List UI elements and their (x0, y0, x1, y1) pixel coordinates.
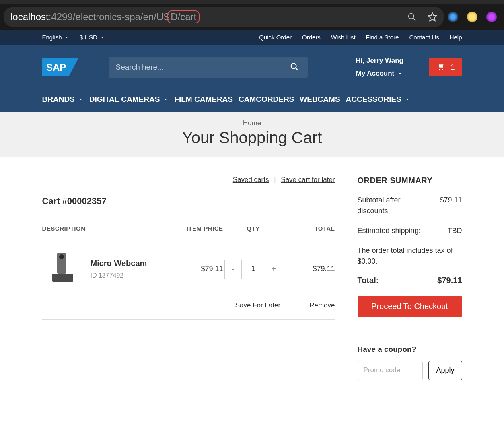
tax-note: The order total includes tax of $0.00. (358, 245, 462, 267)
col-total: TOTAL (284, 225, 335, 232)
svg-marker-2 (428, 13, 436, 21)
language-label: English (42, 34, 62, 41)
nav-label: ACCESSORIES (346, 95, 401, 104)
cart-id: Cart #00002357 (42, 196, 335, 206)
nav-accessories[interactable]: ACCESSORIES (346, 95, 410, 104)
nav-film-cameras[interactable]: FILM CAMERAS (174, 95, 233, 104)
cart-count: 1 (451, 63, 455, 72)
save-cart-later-link[interactable]: Save cart for later (281, 176, 335, 184)
my-account-menu[interactable]: My Account (356, 67, 421, 80)
search-box (109, 57, 308, 78)
remove-item-link[interactable]: Remove (309, 301, 335, 309)
subtotal-label: Subtotal after discounts: (358, 195, 434, 217)
link-find-store[interactable]: Find a Store (366, 34, 399, 41)
saved-carts-link[interactable]: Saved carts (233, 176, 269, 184)
promo-code-input[interactable] (358, 361, 423, 380)
summary-title: ORDER SUMMARY (358, 176, 462, 185)
qty-stepper: - + (224, 260, 282, 279)
item-price: $79.11 (179, 265, 223, 273)
profile-avatar[interactable] (486, 12, 497, 22)
svg-line-6 (295, 68, 298, 70)
search-icon (290, 62, 299, 71)
link-wish-list[interactable]: Wish List (331, 34, 356, 41)
nav-label: FILM CAMERAS (174, 95, 233, 104)
link-contact[interactable]: Contact Us (409, 34, 439, 41)
order-summary: ORDER SUMMARY Subtotal after discounts: … (358, 176, 462, 380)
currency-label: $ USD (80, 34, 97, 41)
nav-webcams[interactable]: WEBCAMS (300, 95, 340, 104)
main-nav: BRANDS DIGITAL CAMERAS FILM CAMERAS CAMC… (0, 88, 504, 112)
coupon-title: Have a coupon? (358, 345, 462, 354)
qty-increment-button[interactable]: + (265, 260, 282, 279)
site-header: SAP Hi, Jerry Wang My Account 1 (0, 45, 504, 88)
utility-links: Quick Order Orders Wish List Find a Stor… (259, 34, 462, 41)
svg-line-1 (413, 18, 416, 21)
title-section: Home Your Shopping Cart (0, 112, 504, 157)
qty-input[interactable] (242, 260, 265, 279)
svg-text:SAP: SAP (46, 62, 66, 73)
utility-bar: English $ USD Quick Order Orders Wish Li… (0, 30, 504, 45)
product-image[interactable] (42, 249, 82, 289)
subtotal-value: $79.11 (440, 195, 462, 217)
browser-toolbar: localhost:4299/electronics-spa/en/USD/ca… (0, 0, 504, 30)
logo[interactable]: SAP (42, 58, 101, 76)
page-title: Your Shopping Cart (0, 129, 504, 147)
shipping-value: TBD (448, 225, 462, 236)
apply-coupon-button[interactable]: Apply (428, 361, 462, 380)
link-help[interactable]: Help (450, 34, 462, 41)
chevron-down-icon (405, 97, 410, 102)
greeting: Hi, Jerry Wang (356, 54, 421, 67)
col-item-price: ITEM PRICE (179, 225, 223, 232)
nav-label: BRANDS (42, 95, 75, 104)
nav-label: CAMCORDERS (239, 95, 294, 104)
chevron-down-icon (78, 97, 84, 102)
qty-decrement-button[interactable]: - (225, 260, 242, 279)
currency-selector[interactable]: $ USD (80, 34, 105, 41)
cart-links: Saved carts | Save cart for later (42, 176, 335, 184)
url-highlight: D/cart (167, 10, 200, 23)
nav-brands[interactable]: BRANDS (42, 95, 84, 104)
chevron-down-icon (100, 35, 105, 40)
item-total: $79.11 (284, 265, 335, 273)
chevron-down-icon (64, 35, 69, 40)
extension-icon-2[interactable] (467, 12, 477, 22)
cart-item-row: Micro Webcam ID 1377492 $79.11 - + $79.1… (42, 239, 335, 320)
save-for-later-link[interactable]: Save For Later (235, 301, 280, 309)
nav-digital-cameras[interactable]: DIGITAL CAMERAS (89, 95, 169, 104)
account-area: Hi, Jerry Wang My Account (316, 54, 421, 80)
mini-cart-button[interactable]: 1 (429, 58, 462, 76)
nav-camcorders[interactable]: CAMCORDERS (239, 95, 294, 104)
nav-label: DIGITAL CAMERAS (89, 95, 160, 104)
star-icon[interactable] (428, 12, 437, 22)
cart-main: Saved carts | Save cart for later Cart #… (42, 176, 335, 320)
product-name[interactable]: Micro Webcam (91, 259, 179, 268)
svg-point-0 (409, 14, 414, 19)
search-button[interactable] (288, 62, 300, 72)
my-account-label: My Account (356, 67, 395, 80)
cart-table-header: DESCRIPTION ITEM PRICE QTY TOTAL (42, 225, 335, 239)
search-input[interactable] (116, 63, 288, 72)
cart-icon (436, 63, 445, 71)
url-host: localhost (10, 11, 49, 23)
shipping-label: Estimated shipping: (358, 225, 442, 236)
url-path-pre: :4299/electronics-spa/en/US (49, 11, 170, 23)
extension-icon-1[interactable] (448, 12, 458, 22)
total-label: Total: (358, 276, 379, 285)
link-quick-order[interactable]: Quick Order (259, 34, 292, 41)
checkout-button[interactable]: Proceed To Checkout (358, 296, 462, 317)
svg-point-8 (59, 254, 64, 259)
chevron-down-icon (163, 97, 169, 102)
separator: | (274, 176, 276, 184)
col-qty: QTY (223, 225, 284, 232)
chevron-down-icon (397, 71, 403, 76)
product-id: ID 1377492 (91, 272, 179, 279)
url-bar[interactable]: localhost:4299/electronics-spa/en/USD/ca… (4, 7, 444, 27)
breadcrumb[interactable]: Home (0, 119, 504, 127)
language-selector[interactable]: English (42, 34, 69, 41)
col-description: DESCRIPTION (42, 225, 179, 232)
search-icon[interactable] (407, 12, 416, 21)
link-orders[interactable]: Orders (302, 34, 321, 41)
svg-point-5 (291, 64, 296, 69)
total-value: $79.11 (437, 276, 462, 285)
nav-label: WEBCAMS (300, 95, 340, 104)
